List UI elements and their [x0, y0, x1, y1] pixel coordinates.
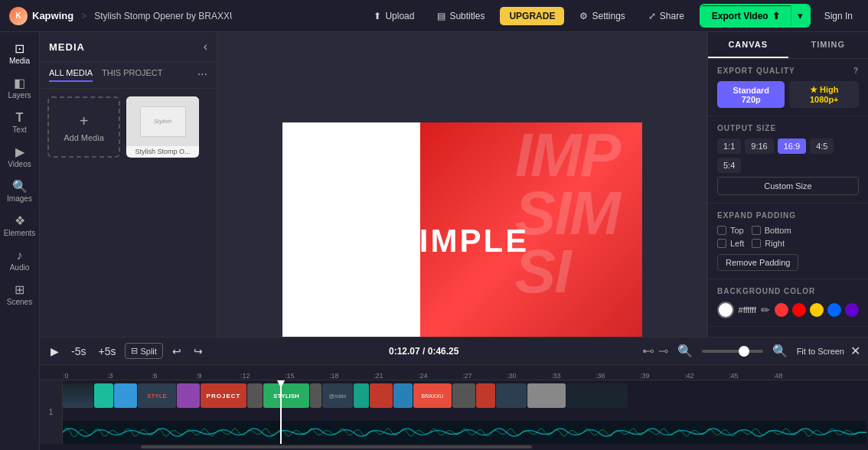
zoom-in-button[interactable]: 🔍 [769, 342, 791, 360]
upload-button[interactable]: ⬆ Upload [366, 7, 422, 25]
padding-right-check[interactable]: Right [752, 239, 785, 248]
size-1-1-button[interactable]: 1:1 [717, 139, 741, 154]
remove-padding-button[interactable]: Remove Padding [717, 254, 798, 271]
clip[interactable]: @n/ato [322, 383, 353, 408]
timeline-scrollbar[interactable] [40, 444, 868, 450]
checkbox-right[interactable] [752, 239, 761, 248]
color-swatch-yellow[interactable] [810, 303, 824, 317]
tab-this-project[interactable]: THIS PROJECT [102, 68, 162, 82]
color-swatch-purple[interactable] [845, 303, 859, 317]
clip[interactable] [370, 383, 393, 408]
split-label: Split [140, 347, 156, 356]
clip[interactable] [476, 383, 495, 408]
clip[interactable] [452, 383, 475, 408]
timeline-time: 0:12.07 / 0:46.25 [389, 346, 458, 357]
quality-standard-button[interactable]: Standard 720p [717, 81, 785, 108]
playhead[interactable] [280, 380, 282, 444]
canvas-content: IMPSIMSI SIMPLE [282, 122, 642, 360]
clip[interactable] [114, 383, 137, 408]
export-dropdown-button[interactable]: ▾ [791, 5, 809, 26]
quality-premium-button[interactable]: ★ High 1080p+ [789, 81, 859, 108]
help-icon[interactable]: ? [853, 67, 859, 75]
zoom-thumb[interactable] [739, 346, 749, 357]
media-options-icon[interactable]: ··· [197, 68, 207, 82]
sidebar-item-scenes[interactable]: ⊞ Scenes [3, 279, 37, 311]
zoom-out-button[interactable]: 🔍 [674, 342, 696, 360]
clip[interactable]: STYLISH [263, 383, 309, 408]
undo-button[interactable]: ↩ [169, 344, 184, 359]
clip[interactable] [247, 383, 263, 408]
size-9-16-button[interactable]: 9:16 [745, 139, 773, 154]
clip[interactable] [393, 383, 413, 408]
redo-button[interactable]: ↪ [191, 344, 206, 359]
add-media-card[interactable]: + Add Media [47, 96, 120, 158]
track-content[interactable]: STYLE PROJECT STYLISH @n/ato BRAXXU [63, 380, 868, 444]
upgrade-button[interactable]: UPGRADE [500, 7, 564, 25]
tab-canvas[interactable]: CANVAS [708, 32, 788, 58]
export-video-button[interactable]: Export Video ⬆ [701, 6, 791, 26]
sidebar-item-audio[interactable]: ♪ Audio [3, 245, 37, 276]
track-label: 1 [40, 380, 63, 444]
sidebar-item-elements[interactable]: ❖ Elements [3, 210, 37, 242]
clip[interactable] [496, 383, 527, 408]
color-swatch-blue[interactable] [827, 303, 841, 317]
checkbox-left[interactable] [717, 239, 726, 248]
ruler-tick: :24 [418, 372, 428, 380]
expand-padding-section: EXPAND PADDING Top Bottom Lef [708, 204, 868, 279]
padding-bottom-check[interactable]: Bottom [752, 226, 791, 235]
canvas-frame[interactable]: IMPSIMSI SIMPLE [282, 122, 642, 360]
eyedropper-icon[interactable]: ✏ [761, 304, 770, 316]
padding-row-top-bottom: Top Bottom [717, 226, 859, 235]
clip[interactable] [527, 383, 566, 408]
clip[interactable] [310, 383, 321, 408]
sidebar-item-media[interactable]: ⊡ Media [3, 38, 37, 70]
sidebar-item-layers[interactable]: ◧ Layers [3, 73, 37, 104]
sidebar-item-images[interactable]: 🔍 Images [3, 176, 37, 207]
color-swatch-red-light[interactable] [775, 303, 788, 317]
share-button[interactable]: ⤢ Share [641, 7, 692, 25]
close-timeline-button[interactable]: ✕ [850, 344, 860, 358]
export-label: Export Video [712, 11, 768, 21]
padding-top-check[interactable]: Top [717, 226, 744, 235]
bg-color-swatch[interactable] [717, 302, 734, 318]
zoom-slider[interactable] [702, 350, 763, 353]
clip[interactable]: BRAXXU [413, 383, 452, 408]
ruler-tick: :36 [596, 372, 605, 380]
minus5-button[interactable]: -5s [68, 344, 89, 359]
clip[interactable]: STYLE [138, 383, 176, 408]
settings-button[interactable]: ⚙ Settings [572, 7, 632, 25]
app-logo[interactable]: K Kapwing [9, 7, 73, 25]
media-thumbnail[interactable]: Stylish Stylish Stomp O... [126, 96, 199, 158]
tab-timing[interactable]: TIMING [788, 32, 869, 58]
custom-size-button[interactable]: Custom Size [717, 177, 859, 195]
size-4-5-button[interactable]: 4:5 [810, 139, 834, 154]
split-button[interactable]: ⊟ Split [125, 343, 162, 359]
checkbox-top[interactable] [717, 226, 726, 235]
subtitles-button[interactable]: ▤ Subtitles [429, 7, 492, 25]
tab-all-media[interactable]: ALL MEDIA [49, 68, 93, 82]
size-16-9-button[interactable]: 16:9 [778, 139, 806, 154]
signin-button[interactable]: Sign In [818, 7, 859, 25]
clip[interactable] [354, 383, 369, 408]
plus5-button[interactable]: +5s [95, 344, 119, 359]
track-icon-left: ⊷ [642, 344, 654, 358]
sidebar-item-text[interactable]: T Text [3, 107, 37, 139]
export-quality-section: EXPORT QUALITY ? Standard 720p ★ High 10… [708, 59, 868, 116]
play-button[interactable]: ▶ [47, 344, 62, 359]
size-5-4-button[interactable]: 5:4 [717, 158, 741, 173]
images-icon: 🔍 [12, 181, 28, 193]
scrollbar-thumb[interactable] [141, 445, 532, 448]
clip[interactable] [566, 383, 628, 408]
fit-to-screen-button[interactable]: Fit to Screen [797, 347, 844, 356]
media-panel-close-button[interactable]: ‹ [204, 40, 207, 54]
checkbox-bottom[interactable] [752, 226, 761, 235]
clip[interactable]: PROJECT [201, 383, 246, 408]
color-swatch-red[interactable] [792, 303, 806, 317]
clip[interactable] [177, 383, 200, 408]
padding-left-check[interactable]: Left [717, 239, 744, 248]
clip[interactable] [63, 383, 93, 408]
ruler-tick: :18 [329, 372, 339, 380]
clip[interactable] [94, 383, 113, 408]
sidebar-item-videos[interactable]: ▶ Videos [3, 142, 37, 173]
output-size-title: OUTPUT SIZE [717, 124, 859, 132]
